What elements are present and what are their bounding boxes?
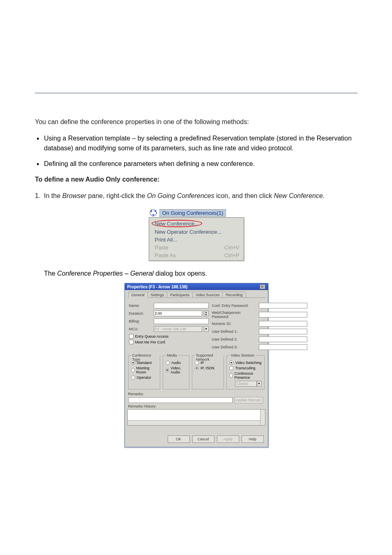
chair-pw-label: Web/Chairperson Password: [212, 311, 257, 319]
close-button[interactable]: × [260, 284, 265, 289]
ud2-label: User Defined 2: [212, 337, 257, 341]
cp-layout-select [235, 381, 256, 387]
ud1-label: User Defined 1: [212, 329, 257, 334]
step-number: 1. [35, 191, 40, 201]
ip-isdn-radio[interactable] [195, 366, 199, 370]
conference-type-legend: Conference Type [131, 353, 160, 362]
numeric-id-label: Numeric ID: [212, 322, 257, 326]
video-session-legend: Video Session [229, 353, 255, 357]
svg-point-2 [154, 210, 156, 212]
remarks-input[interactable] [128, 397, 233, 403]
context-menu-item[interactable]: New Conference... [149, 219, 244, 228]
continuous-presence-radio[interactable] [229, 373, 233, 378]
ud3-input[interactable] [259, 344, 307, 350]
numeric-id-input[interactable] [259, 321, 307, 327]
audio-radio[interactable] [166, 361, 170, 365]
dropdown-icon: ▼ [257, 381, 262, 387]
video-switching-radio[interactable] [229, 361, 233, 365]
ud3-label: User Defined 3: [212, 345, 257, 349]
horizontal-scrollbar[interactable] [128, 420, 260, 425]
video-audio-radio[interactable] [166, 368, 169, 372]
meeting-room-radio[interactable] [131, 368, 135, 372]
context-menu-item: Paste As Ctrl+P [149, 251, 244, 259]
conf-entry-pw-input[interactable] [259, 303, 307, 309]
bullet-template: Using a Reservation template – by select… [35, 134, 357, 153]
vertical-scrollbar[interactable] [260, 410, 265, 425]
step-1-result: The Conference Properties – General dial… [35, 270, 357, 277]
duration-label: Duration: [129, 311, 152, 315]
transcoding-radio[interactable] [229, 366, 233, 370]
red-highlight-circle: New Conference... [152, 220, 203, 227]
dropdown-icon[interactable]: ▼ [204, 326, 209, 332]
svg-point-1 [150, 210, 152, 212]
properties-dialog-screenshot: Properties (F3 - Arrow 188.138) × Genera… [125, 283, 268, 447]
meet-me-checkbox[interactable] [129, 340, 134, 344]
network-legend: Supported Network [195, 353, 224, 362]
dialog-tabs: General Settings Participants Video Sour… [127, 292, 265, 298]
media-legend: Media [166, 353, 178, 357]
dialog-titlebar: Properties (F3 - Arrow 188.138) × [125, 283, 268, 290]
duration-spinner[interactable]: ▲▼ [204, 311, 209, 316]
ongoing-conferences-icon [149, 208, 158, 217]
ud2-input[interactable] [259, 336, 307, 342]
cancel-button[interactable]: Cancel [192, 435, 214, 443]
context-menu-item[interactable]: Print All... [149, 236, 244, 244]
remarks-history-box [127, 409, 265, 426]
context-menu-title: On Going Conferences(1) [159, 209, 226, 217]
tab-recording[interactable]: Recording [222, 292, 246, 297]
dialog-title: Properties (F3 - Arrow 188.138) [127, 285, 188, 289]
conf-entry-pw-label: Conf. Entry Password: [212, 304, 257, 308]
entry-queue-label: Entry Queue Access [135, 334, 169, 339]
context-menu-body: New Conference... New Operator Conferenc… [149, 217, 244, 261]
entry-queue-checkbox[interactable] [129, 334, 134, 339]
meet-me-label: Meet Me Per Conf. [135, 340, 166, 344]
bullet-manual: Defining all the conference parameters w… [35, 159, 357, 169]
operator-radio[interactable] [131, 375, 135, 380]
mcu-select [154, 326, 202, 332]
page-content: You can define the conference properties… [35, 117, 357, 447]
ok-button[interactable]: OK [168, 435, 190, 443]
remarks-history-label: Remarks History: [127, 403, 265, 409]
update-remark-button: Update Remark [234, 397, 263, 403]
tab-settings[interactable]: Settings [148, 292, 168, 297]
tab-participants[interactable]: Participants [167, 292, 193, 297]
context-menu-item: Paste Ctrl+V [149, 244, 244, 251]
svg-point-3 [152, 214, 154, 216]
step-1: 1. In the Browser pane, right-click the … [35, 191, 357, 201]
apply-button: Apply [217, 435, 239, 443]
ud1-input[interactable] [259, 329, 307, 334]
tab-video-sources[interactable]: Video Sources [192, 292, 223, 297]
duration-input[interactable] [154, 311, 202, 316]
header-divider [35, 92, 357, 94]
remarks-label: Remarks: [127, 391, 265, 397]
billing-input[interactable] [154, 318, 209, 324]
intro-text: You can define the conference properties… [35, 117, 357, 127]
context-menu-item[interactable]: New Operator Conference... [149, 228, 244, 236]
name-label: Name: [129, 304, 152, 308]
chair-pw-input[interactable] [259, 312, 307, 318]
tab-general[interactable]: General [128, 292, 148, 298]
procedure-heading: To define a new Audio Only conference: [35, 175, 357, 184]
mcu-label: MCU: [129, 327, 152, 331]
help-button[interactable]: Help [242, 435, 264, 443]
name-input[interactable] [154, 303, 209, 309]
billing-label: Billing: [129, 319, 152, 323]
context-menu-screenshot: On Going Conferences(1) New Conference..… [149, 208, 244, 261]
